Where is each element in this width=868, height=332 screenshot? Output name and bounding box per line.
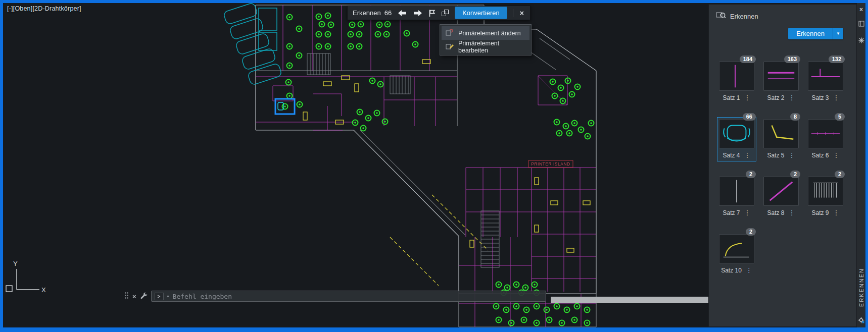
detect-dropdown-button[interactable]: ▼ (833, 28, 843, 39)
detected-symbol[interactable] (565, 78, 571, 84)
palette-close-icon[interactable]: × (859, 7, 863, 12)
set-card-4[interactable]: 66 Satz 4 ⋮ (717, 117, 756, 161)
set-card-3[interactable]: 132 Satz 3 ⋮ (806, 60, 845, 104)
detected-symbol[interactable] (494, 304, 499, 309)
detected-symbol[interactable] (505, 285, 510, 291)
set-menu-icon[interactable]: ⋮ (744, 152, 751, 158)
detected-symbol[interactable] (572, 121, 577, 126)
detected-symbol[interactable] (287, 15, 293, 20)
detected-symbol[interactable] (560, 98, 566, 104)
detected-symbol[interactable] (552, 93, 558, 99)
command-input[interactable]: > ▾ Befehl eingeben (151, 291, 546, 302)
detected-symbol[interactable] (316, 32, 322, 37)
set-card-2[interactable]: 163 Satz 2 ⋮ (761, 60, 801, 104)
edit-primary-item[interactable]: Primärelement bearbeiten (442, 40, 529, 53)
detected-symbol[interactable] (521, 317, 527, 323)
viewport-controls[interactable]: [-][Oben][2D-Drahtkörper] (7, 5, 81, 12)
detected-symbol[interactable] (572, 317, 577, 323)
set-thumbnail[interactable] (719, 234, 754, 263)
detected-symbol[interactable] (325, 13, 331, 19)
detected-symbol[interactable] (569, 92, 575, 97)
set-menu-icon[interactable]: ⋮ (746, 267, 752, 273)
detected-symbol[interactable] (567, 131, 572, 136)
detected-symbol[interactable] (574, 304, 580, 309)
detected-symbol[interactable] (550, 79, 556, 85)
settings-icon[interactable] (858, 316, 864, 325)
detected-symbol[interactable] (504, 307, 509, 313)
detected-symbol[interactable] (382, 119, 388, 125)
set-menu-icon[interactable]: ⋮ (789, 152, 795, 158)
detected-symbol[interactable] (325, 44, 331, 49)
detected-symbol[interactable] (544, 307, 550, 313)
set-menu-icon[interactable]: ⋮ (744, 95, 751, 101)
detected-symbol[interactable] (348, 32, 354, 37)
set-thumbnail[interactable] (719, 177, 754, 206)
set-card-1[interactable]: 184 Satz 1 ⋮ (717, 60, 756, 104)
detected-symbol[interactable] (559, 320, 565, 326)
detected-symbol[interactable] (316, 44, 322, 49)
toolbar-close-icon[interactable]: × (519, 9, 525, 17)
set-thumbnail[interactable] (808, 177, 843, 206)
detected-symbol[interactable] (496, 282, 502, 288)
set-menu-icon[interactable]: ⋮ (833, 95, 840, 101)
detected-symbol[interactable] (534, 320, 540, 326)
properties-icon[interactable] (858, 36, 864, 45)
select-similar-icon[interactable] (441, 9, 449, 17)
customize-wrench-icon[interactable] (140, 292, 148, 301)
detected-symbol[interactable] (377, 22, 382, 28)
detected-symbol[interactable] (575, 84, 581, 90)
detected-symbol[interactable] (534, 304, 540, 309)
detected-symbol[interactable] (413, 42, 418, 47)
command-close-icon[interactable]: × (132, 293, 136, 300)
previous-arrow-icon[interactable] (397, 10, 407, 17)
set-card-10[interactable]: 2 Satz 10 ⋮ (717, 232, 756, 276)
detected-symbol[interactable] (287, 44, 293, 49)
detected-symbol[interactable] (350, 22, 355, 28)
set-thumbnail[interactable] (808, 62, 843, 91)
set-card-7[interactable]: 2 Satz 7 ⋮ (717, 175, 756, 219)
detected-symbol[interactable] (325, 32, 331, 37)
detected-symbol[interactable] (297, 102, 303, 107)
detected-symbol[interactable] (297, 53, 302, 59)
palette-side-bar[interactable]: × ERKENNEN (857, 3, 865, 327)
detected-symbol[interactable] (554, 304, 560, 309)
set-card-6[interactable]: 5 Satz 6 ⋮ (806, 117, 845, 161)
set-menu-icon[interactable]: ⋮ (833, 152, 840, 158)
detected-symbol[interactable] (282, 104, 288, 109)
detected-symbol[interactable] (361, 126, 366, 131)
detected-symbol[interactable] (547, 317, 552, 323)
set-card-8[interactable]: 2 Satz 8 ⋮ (761, 175, 801, 219)
set-menu-icon[interactable]: ⋮ (833, 210, 840, 216)
detected-symbol[interactable] (564, 307, 570, 313)
command-bar-grip[interactable] (124, 292, 129, 301)
detected-symbol[interactable] (328, 22, 334, 28)
detected-symbol[interactable] (297, 26, 302, 32)
auto-hide-icon[interactable] (858, 20, 864, 29)
set-menu-icon[interactable]: ⋮ (789, 210, 795, 216)
set-thumbnail[interactable] (763, 62, 799, 91)
detected-symbol[interactable] (514, 282, 519, 288)
detected-symbol[interactable] (375, 32, 381, 37)
set-card-5[interactable]: 8 Satz 5 ⋮ (761, 117, 801, 161)
detected-symbol[interactable] (287, 93, 293, 99)
detected-symbol[interactable] (378, 82, 383, 87)
detected-symbol[interactable] (316, 14, 322, 20)
detected-symbol[interactable] (523, 285, 528, 291)
detected-symbol[interactable] (287, 63, 293, 69)
set-menu-icon[interactable]: ⋮ (789, 95, 795, 101)
next-arrow-icon[interactable] (413, 10, 423, 17)
detected-symbol[interactable] (358, 22, 364, 27)
detected-symbol[interactable] (496, 317, 502, 323)
detected-symbol[interactable] (558, 85, 564, 91)
detect-button[interactable]: Erkennen (788, 28, 833, 39)
set-thumbnail[interactable] (808, 119, 843, 148)
detected-symbol[interactable] (357, 32, 362, 37)
detected-symbol[interactable] (319, 22, 325, 27)
set-thumbnail[interactable] (763, 177, 799, 206)
detected-symbol[interactable] (509, 320, 514, 326)
detected-symbol[interactable] (404, 31, 410, 36)
detected-symbol[interactable] (585, 134, 591, 139)
detected-symbol[interactable] (286, 80, 292, 85)
detected-symbol[interactable] (353, 120, 358, 126)
flag-icon[interactable] (428, 9, 436, 17)
